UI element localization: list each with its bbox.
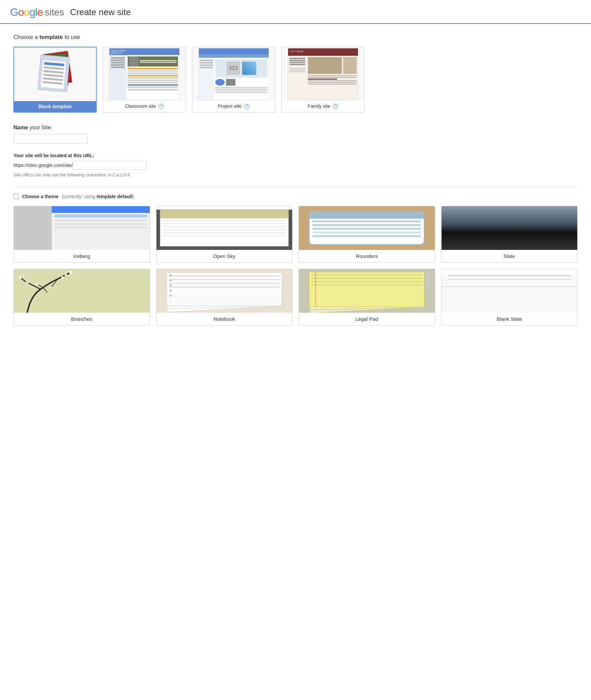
theme-heading-row: Choose a theme (currently: using templat… <box>13 194 578 199</box>
opensky-label: Open Sky <box>156 250 292 262</box>
theme-card-slate[interactable]: Slate <box>441 206 578 263</box>
classroom-help-icon[interactable]: ? <box>158 104 164 109</box>
site-name-input[interactable] <box>13 134 87 143</box>
blankslate-thumbnail <box>442 269 578 313</box>
project-help-icon[interactable]: ? <box>244 104 249 109</box>
svg-point-5 <box>36 283 39 286</box>
theme-heading: Choose a theme (currently: using templat… <box>22 194 134 199</box>
template-card-classroom[interactable]: Teacher Name2023-2024 <box>103 47 186 113</box>
blank-template-thumbnail <box>14 47 96 101</box>
theme-heading-text: Choose a theme <box>22 194 58 199</box>
name-section: Name your Site: <box>13 125 578 143</box>
google-logo: Google <box>10 6 43 18</box>
url-hint: Site URLs can only use the following cha… <box>13 172 578 177</box>
theme-grid: Iceberg <box>13 206 578 325</box>
branches-thumbnail <box>14 269 150 313</box>
theme-card-blankslate[interactable]: Blank Slate <box>441 269 578 325</box>
theme-card-branches[interactable]: Branches <box>13 269 150 325</box>
sites-label: sites <box>45 7 64 18</box>
svg-point-2 <box>61 276 64 279</box>
name-label: Name your Site: <box>13 125 578 131</box>
notebook-thumbnail <box>156 269 292 313</box>
template-card-family[interactable]: Our Family <box>281 47 365 113</box>
url-label: Your site will be located at this URL: <box>13 153 578 158</box>
family-help-icon[interactable]: ? <box>333 104 338 109</box>
section-divider <box>13 187 578 187</box>
family-template-label: Family site ? <box>282 101 364 112</box>
rounders-label: Rounders <box>299 250 435 262</box>
svg-point-7 <box>26 281 29 284</box>
svg-point-6 <box>50 287 52 289</box>
branches-label: Branches <box>14 313 150 325</box>
iceberg-label: Iceberg <box>14 250 150 262</box>
template-section-heading: Choose a template to use <box>13 34 578 41</box>
url-input[interactable] <box>73 161 147 170</box>
slate-label: Slate <box>442 250 578 262</box>
template-grid: Blank template Teacher Name2023-2024 <box>13 47 578 113</box>
family-thumbnail: Our Family <box>282 47 364 101</box>
url-prefix: https://sites.google.com/site/ <box>13 163 73 168</box>
main-content: Choose a template to use <box>0 24 591 336</box>
rounders-thumbnail <box>299 206 435 250</box>
theme-card-opensky[interactable]: Open Sky <box>156 206 293 263</box>
opensky-thumbnail <box>156 206 292 250</box>
notebook-label: Notebook <box>156 313 292 325</box>
page-title: Create new site <box>70 7 131 17</box>
theme-card-notebook[interactable]: Notebook <box>156 269 293 325</box>
slate-thumbnail <box>442 206 578 250</box>
url-row: https://sites.google.com/site/ <box>13 161 578 170</box>
classroom-template-label: Classroom site ? <box>103 101 186 112</box>
theme-card-legalpad[interactable]: Legal Pad <box>299 269 435 325</box>
legalpad-label: Legal Pad <box>299 313 435 325</box>
book-main <box>38 54 70 92</box>
blank-template-label: Blank template <box>14 101 96 112</box>
theme-card-rounders[interactable]: Rounders <box>299 206 435 263</box>
template-card-project[interactable]: 323 <box>192 47 275 113</box>
theme-card-iceberg[interactable]: Iceberg <box>13 206 150 263</box>
iceberg-thumbnail <box>14 206 150 250</box>
blankslate-label: Blank Slate <box>442 313 578 325</box>
svg-point-4 <box>23 275 25 277</box>
theme-checkbox[interactable] <box>13 194 19 199</box>
template-section: Choose a template to use <box>13 34 578 113</box>
project-thumbnail: 323 <box>192 47 275 101</box>
project-template-label: Project wiki ? <box>192 101 275 112</box>
svg-point-3 <box>19 276 22 279</box>
svg-point-1 <box>64 274 67 276</box>
page-header: Google sites Create new site <box>0 0 591 24</box>
branch-svg <box>14 269 81 313</box>
legalpad-thumbnail <box>299 269 435 313</box>
theme-section: Choose a theme (currently: using templat… <box>13 194 578 325</box>
blank-icon <box>35 52 75 96</box>
theme-subtext: (currently: using template default) <box>62 194 134 199</box>
template-card-blank[interactable]: Blank template <box>13 47 97 113</box>
url-section: Your site will be located at this URL: h… <box>13 153 578 177</box>
svg-point-0 <box>69 271 73 274</box>
classroom-thumbnail: Teacher Name2023-2024 <box>103 47 186 101</box>
